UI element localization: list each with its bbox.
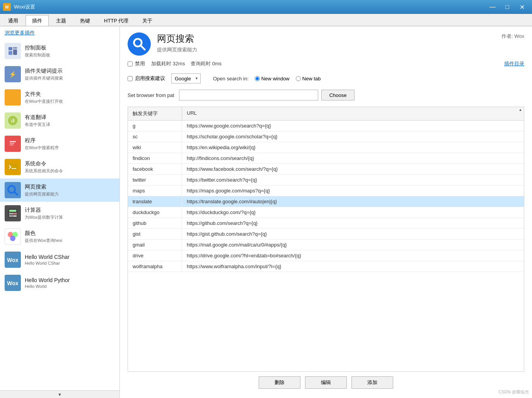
minimize-button[interactable]: — [486, 0, 500, 14]
td-url: https://drive.google.com/?hl=en&tab=bo#s… [182, 250, 524, 261]
td-url: http://findicons.com/search/{q} [182, 153, 524, 163]
tab-plugins[interactable]: 插件 [26, 15, 49, 26]
choose-button[interactable]: Choose [321, 90, 355, 100]
table-row[interactable]: duckduckgohttps://duckduckgo.com/?q={q} [128, 207, 524, 218]
table-row[interactable]: drivehttps://drive.google.com/?hl=en&tab… [128, 250, 524, 261]
close-button[interactable]: ✕ [515, 0, 529, 14]
maximize-button[interactable]: □ [500, 0, 514, 14]
tab-general[interactable]: 通用 [2, 15, 25, 26]
td-url: https://maps.google.com/maps?q={q} [182, 185, 524, 196]
table-row[interactable]: twitterhttps://twitter.com/search?q={q} [128, 175, 524, 185]
sidebar-item-control-panel[interactable]: 控制面板 搜索控制面板 [0, 39, 119, 63]
control-panel-text: 控制面板 搜索控制面板 [25, 44, 50, 58]
td-url: https://gist.github.com/search?q={q} [182, 229, 524, 239]
radio-new-window-label[interactable]: New window [255, 76, 290, 82]
plugin-dir-link[interactable]: 插件目录 [504, 60, 524, 67]
table-row[interactable]: githubhttps://github.com/search?q={q} [128, 218, 524, 229]
sidebar-item-color[interactable]: 颜色 提供在Wox查询hexi [0, 225, 119, 248]
table-row[interactable]: gmailhttps://mail.google.com/mail/ca/u/0… [128, 240, 524, 250]
svg-text:Wox: Wox [7, 280, 19, 286]
svg-rect-3 [9, 51, 12, 55]
svg-rect-24 [9, 215, 11, 217]
td-keyword: wolframalpha [128, 261, 182, 272]
sidebar-scroll-down[interactable]: ▼ [0, 390, 119, 398]
svg-text:⚡: ⚡ [9, 71, 17, 78]
svg-rect-14 [8, 163, 18, 170]
edit-button[interactable]: 编辑 [305, 376, 347, 389]
plugin-name: 网页搜索 [157, 32, 501, 45]
engine-select[interactable]: Google Bing Yahoo [171, 73, 201, 83]
engine-select-wrap[interactable]: Google Bing Yahoo [171, 73, 201, 83]
browser-path-input[interactable] [179, 90, 318, 100]
sidebar-item-helloworld1[interactable]: Wox Hello World CShar Hello World CShar [0, 248, 119, 271]
td-url: https://www.google.com/search?q={q} [182, 121, 524, 131]
control-panel-icon [5, 43, 21, 59]
table-row[interactable]: ghttps://www.google.com/search?q={q} [128, 121, 524, 131]
calc-text: 计算器 为Wox提供数字计算 [25, 207, 63, 220]
plugin-author-area: 作者: Wox [501, 32, 524, 40]
system-cmd-text: 系统命令 系统系统相关的命令 [25, 160, 63, 174]
td-url: https://www.wolframalpha.com/input/?i={q… [182, 261, 524, 272]
tab-about[interactable]: 关于 [136, 15, 159, 26]
table-row[interactable]: translatehttps://translate.google.com/#a… [128, 196, 524, 207]
sidebar-item-folder[interactable]: 文件夹 在Wox中直接打开收 [0, 86, 119, 109]
app-logo: W [3, 3, 11, 11]
table-row[interactable]: wikihttps://en.wikipedia.org/wiki/{q} [128, 142, 524, 153]
td-keyword: findicon [128, 153, 182, 163]
add-button[interactable]: 添加 [351, 376, 393, 389]
plugin-info: 网页搜索 提供网页搜索能力 [157, 32, 501, 53]
folder-text: 文件夹 在Wox中直接打开收 [25, 91, 63, 104]
open-in-label: Open search in: [213, 76, 249, 82]
td-keyword: translate [128, 196, 182, 207]
load-time: 加载耗时 32ms 查询耗时 0ms [151, 60, 222, 67]
tab-hotkey[interactable]: 热键 [73, 15, 97, 26]
radio-new-tab-label[interactable]: New tab [296, 76, 321, 82]
td-keyword: twitter [128, 175, 182, 185]
td-url: https://twitter.com/search?q={q} [182, 175, 524, 185]
table-header: 触发关键字 URL ▲ [128, 107, 524, 121]
table-row[interactable]: schttps://scholar.google.com/scholar?q={… [128, 131, 524, 142]
tab-bar: 通用 插件 主题 热键 HTTP 代理 关于 [0, 14, 532, 26]
search-suggest-label[interactable]: 启用搜索建议 [128, 75, 165, 82]
sidebar-item-calc[interactable]: 计算器 为Wox提供数字计算 [0, 202, 119, 225]
table-row[interactable]: gisthttps://gist.github.com/search?q={q} [128, 229, 524, 240]
watermark: CSDN @耀临光 [499, 389, 529, 395]
websearch-icon [5, 182, 21, 198]
td-url: https://scholar.google.com/scholar?q={q} [182, 131, 524, 142]
radio-new-tab[interactable] [296, 76, 301, 81]
helloworld2-text: Hello World Pythor Hello World [25, 277, 70, 289]
scroll-up-btn[interactable]: ▲ [518, 107, 523, 112]
radio-new-window[interactable] [255, 76, 260, 81]
table-row[interactable]: findiconhttp://findicons.com/search/{q} [128, 153, 524, 164]
browser-row: Set browser from pat Choose [128, 90, 524, 100]
plugin-header: 网页搜索 提供网页搜索能力 作者: Wox [128, 32, 524, 56]
td-keyword: wiki [128, 142, 182, 153]
tab-theme[interactable]: 主题 [49, 15, 73, 26]
svg-point-29 [10, 236, 15, 241]
sidebar-item-websearch[interactable]: 网页搜索 提供网页搜索能力 [0, 179, 119, 202]
sidebar-item-system-cmd[interactable]: 系统命令 系统系统相关的命令 [0, 155, 119, 179]
sidebar-item-plugin-keyword[interactable]: ⚡ 插件关键词提示 提供插件关键词搜索 [0, 63, 119, 86]
sidebar-item-youdao[interactable]: 译 有道翻译 有道中英互译 [0, 109, 119, 132]
browse-more-link[interactable]: 浏览更多插件 [0, 26, 119, 39]
svg-rect-22 [13, 213, 15, 214]
table-row[interactable]: mapshttps://maps.google.com/maps?q={q} [128, 185, 524, 196]
tab-http-proxy[interactable]: HTTP 代理 [97, 15, 135, 26]
content-area: 网页搜索 提供网页搜索能力 作者: Wox 禁用 加载耗时 32ms 查询耗时 … [120, 26, 532, 398]
table-row[interactable]: wolframalphahttps://www.wolframalpha.com… [128, 261, 524, 272]
table-row[interactable]: facebookhttps://www.facebook.com/search/… [128, 164, 524, 175]
sidebar-item-program[interactable]: 程序 在Wox中搜索程序 [0, 132, 119, 155]
plugin-keyword-text: 插件关键词提示 提供插件关键词搜索 [25, 68, 63, 81]
open-in-radio-group: New window New tab [255, 76, 321, 82]
search-options-row: 启用搜索建议 Google Bing Yahoo Open search in:… [128, 73, 524, 83]
td-url: https://translate.google.com/#auto|en|{q… [182, 196, 524, 207]
sidebar-item-helloworld2[interactable]: Wox Hello World Pythor Hello World [0, 271, 119, 294]
enable-row: 禁用 加载耗时 32ms 查询耗时 0ms 插件目录 [128, 60, 524, 67]
delete-button[interactable]: 删除 [259, 376, 300, 389]
search-suggest-checkbox[interactable] [128, 76, 133, 81]
svg-rect-11 [10, 141, 16, 142]
browser-label: Set browser from pat [128, 92, 174, 98]
plugin-keyword-icon: ⚡ [5, 66, 21, 82]
helloworld2-icon: Wox [5, 275, 21, 291]
enable-checkbox[interactable] [128, 61, 133, 66]
